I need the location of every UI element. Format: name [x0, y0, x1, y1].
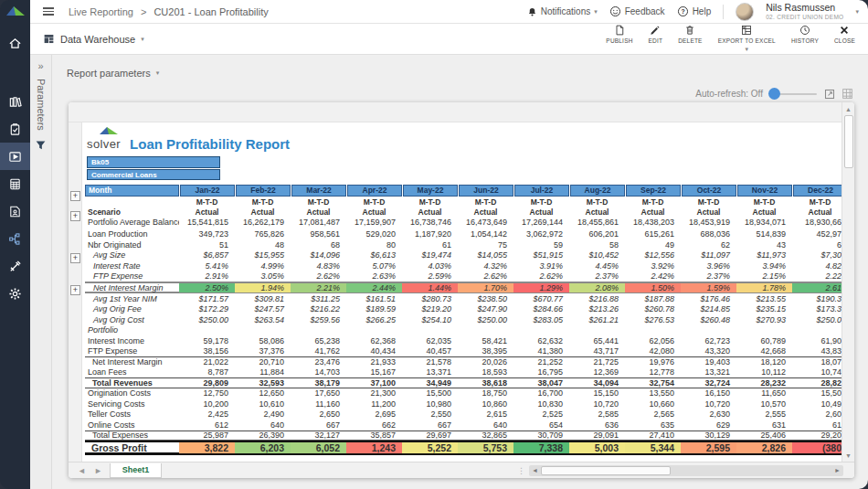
cell: 62	[681, 240, 736, 250]
sidebar-item-reports[interactable]	[0, 143, 30, 170]
expand-parameters-icon[interactable]: »	[37, 60, 43, 71]
cell: 3.94%	[736, 261, 792, 271]
vertical-scrollbar[interactable]: ▲ ▼	[842, 102, 854, 462]
cell: 48	[235, 240, 291, 250]
cell: M-T-D	[681, 197, 736, 207]
scroll-up-icon[interactable]: ▲	[842, 102, 854, 115]
horizontal-scroll-thumb[interactable]	[541, 466, 671, 475]
cell: M-T-D	[346, 197, 402, 207]
scrollbar-splitter[interactable]: ⋮	[513, 466, 529, 475]
cell: Oct-22	[682, 185, 736, 197]
outline-expand-button[interactable]: +	[70, 211, 80, 221]
sidebar-item-assignments[interactable]	[0, 197, 30, 225]
cell: 16,795	[513, 367, 569, 377]
cell: $260.78	[625, 304, 681, 314]
outline-expand-button[interactable]: +	[70, 285, 80, 295]
cell: 10,112	[736, 367, 792, 377]
cell: 18,120	[736, 357, 792, 367]
feedback-button[interactable]: Feedback	[609, 5, 665, 17]
grid-view-icon[interactable]	[842, 88, 853, 100]
cell: $12,556	[625, 250, 681, 260]
cell: Jun-22	[459, 185, 513, 197]
cell: $670.77	[513, 294, 569, 303]
cell: 2,525	[513, 409, 569, 419]
cell: $11,973	[736, 250, 792, 260]
user-menu[interactable]: Nils Rasmussen 02. Credit Union Demo	[766, 3, 843, 20]
sidebar-item-settings[interactable]	[0, 280, 30, 307]
help-button[interactable]: ? Help	[677, 5, 712, 17]
cell: 12,750	[179, 388, 235, 398]
sidebar-item-budgeting[interactable]	[0, 170, 30, 197]
cell: M-T-D	[736, 197, 792, 207]
sheet-tab-prev-icon[interactable]: ◄	[78, 466, 86, 475]
table-row: Loan Production349,723765,826958,561529,…	[85, 229, 842, 240]
history-button[interactable]: HISTORY	[791, 25, 819, 53]
scroll-left-icon[interactable]: ◄	[529, 467, 541, 473]
hamburger-menu-icon[interactable]	[43, 7, 54, 16]
auto-refresh-toggle[interactable]	[769, 93, 817, 95]
report-filters: Bk05 Commercial Loans	[87, 156, 842, 180]
cell: 2.91%	[179, 271, 235, 281]
cell: 43,83	[792, 346, 842, 356]
notifications-button[interactable]: Notifications▾	[527, 6, 598, 17]
cell: 38,156	[179, 346, 235, 356]
cell: 1.44%	[402, 283, 458, 292]
cell: Interest Rate	[85, 261, 179, 271]
cell: 6	[792, 240, 842, 250]
cell: 26,390	[235, 431, 291, 440]
close-button[interactable]: CLOSE	[834, 25, 855, 53]
cell: 13,321	[681, 367, 736, 377]
sheet-tab-next-icon[interactable]: ►	[94, 466, 102, 475]
edit-button[interactable]: EDIT	[649, 25, 663, 53]
outline-expand-button[interactable]: +	[70, 191, 80, 201]
cell: 2.21%	[291, 283, 346, 292]
cell: 18,07	[792, 357, 842, 367]
parameters-panel-label: Parameters	[36, 79, 47, 131]
sheet-table: MonthJan-22Feb-22Mar-22Apr-22May-22Jun-2…	[85, 185, 842, 455]
vertical-scroll-thumb[interactable]	[844, 115, 853, 168]
filter-icon[interactable]	[35, 140, 47, 151]
cell: $263.54	[235, 315, 291, 324]
cell: 58	[569, 240, 625, 250]
cell: 529,020	[346, 229, 402, 239]
export-to-excel-button[interactable]: EXPORT TO EXCEL ▾	[718, 25, 776, 53]
sidebar-item-tasks[interactable]	[0, 115, 30, 143]
open-in-new-icon[interactable]	[823, 88, 835, 100]
breadcrumb-section[interactable]: Live Reporting	[69, 6, 133, 17]
outline-expand-button[interactable]: +	[70, 253, 80, 263]
cell: Actual	[569, 207, 625, 217]
publish-button[interactable]: PUBLISH	[606, 25, 632, 53]
app-window: Live Reporting > CU201 - Loan Profitabil…	[0, 0, 868, 489]
cell: 61	[402, 240, 458, 250]
sidebar-item-admin-tools[interactable]	[0, 252, 30, 280]
cell: 62,632	[513, 336, 569, 345]
horizontal-scrollbar[interactable]: ◄ ►	[529, 465, 843, 476]
cell: 6,052	[291, 442, 346, 453]
cell: Actual	[625, 207, 681, 217]
sidebar-item-home[interactable]	[0, 29, 30, 57]
sheet-tab[interactable]: Sheet1	[110, 463, 163, 478]
cell: $280.73	[402, 294, 458, 303]
toggle-knob[interactable]	[768, 88, 780, 100]
cell: 11,200	[346, 399, 402, 409]
sidebar-item-library[interactable]	[0, 88, 30, 115]
home-icon	[8, 37, 22, 50]
cell: Servicing Costs	[85, 399, 179, 409]
scroll-down-icon[interactable]: ▼	[842, 449, 854, 462]
cell: 15,50	[792, 388, 842, 398]
user-avatar[interactable]	[736, 3, 754, 21]
data-source-selector[interactable]: Data Warehouse▾	[43, 33, 144, 45]
cell: 18,438,203	[625, 218, 681, 227]
cell: 16,700	[513, 388, 569, 398]
scroll-right-icon[interactable]: ►	[831, 467, 843, 473]
sidebar-item-process[interactable]	[0, 225, 30, 252]
divider	[723, 5, 724, 19]
cell: 49	[625, 240, 681, 250]
library-icon	[8, 95, 22, 109]
history-icon	[799, 25, 810, 36]
cell: Jan-22	[180, 185, 235, 197]
report-parameters-toggle[interactable]: Report parameters▾	[67, 68, 159, 79]
user-menu-caret-icon[interactable]: ▾	[855, 8, 859, 16]
sheet-tab-bar: ◄ ► Sheet1 ⋮ ◄ ►	[69, 462, 854, 478]
delete-button[interactable]: DELETE	[678, 25, 703, 53]
